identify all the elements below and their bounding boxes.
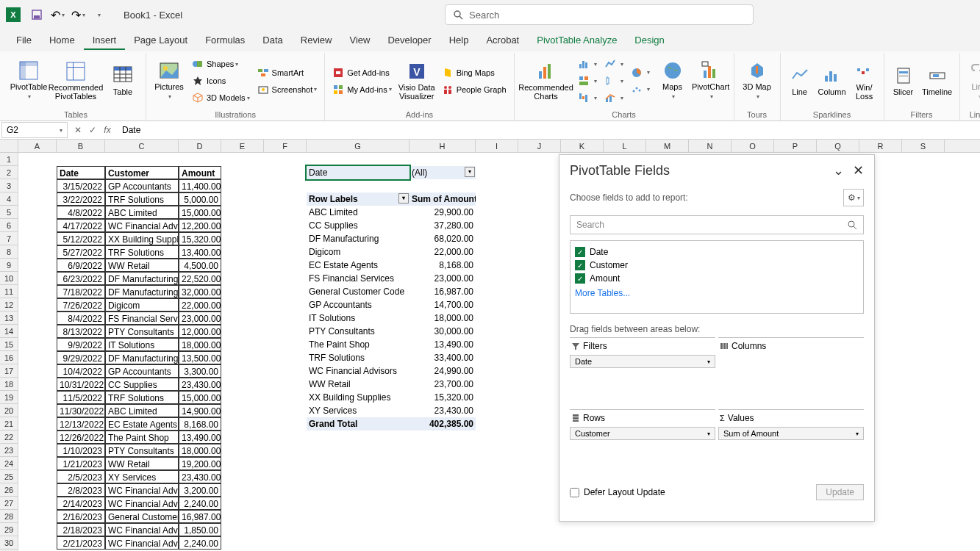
cell-G21[interactable]: Grand Total — [307, 417, 409, 431]
shapes-button[interactable]: Shapes▾ — [189, 56, 253, 72]
cell-H16[interactable]: 33,400.00 — [409, 351, 476, 364]
col-header-F[interactable]: F — [264, 140, 307, 152]
more-tables-link[interactable]: More Tables... — [575, 285, 859, 301]
3d-models-button[interactable]: 3D Models▾ — [189, 90, 253, 106]
cell-C27[interactable]: WC Financial Advisors — [105, 497, 179, 510]
cell-G15[interactable]: The Paint Shop — [307, 338, 409, 351]
col-header-N[interactable]: N — [689, 140, 732, 152]
cell-B21[interactable]: 12/13/2022 — [57, 417, 105, 431]
cell-D25[interactable]: 23,430.00 — [179, 470, 221, 483]
field-date[interactable]: ✓Date — [575, 245, 859, 259]
row-header-1[interactable]: 1 — [0, 153, 18, 166]
recommended-pivottables-button[interactable]: Recommended PivotTables — [49, 55, 103, 107]
cell-D13[interactable]: 23,000.00 — [179, 311, 221, 325]
col-header-D[interactable]: D — [179, 140, 221, 152]
cell-G9[interactable]: EC Estate Agents — [307, 259, 409, 272]
col-header-P[interactable]: P — [774, 140, 817, 152]
row-header-16[interactable]: 16 — [0, 351, 18, 364]
qat-more-button[interactable]: ▾ — [90, 6, 107, 24]
row-header-8[interactable]: 8 — [0, 245, 18, 259]
pivotchart-button[interactable]: PivotChart▾ — [693, 55, 729, 107]
cell-G12[interactable]: GP Accountants — [307, 298, 409, 311]
col-header-G[interactable]: G — [307, 140, 409, 152]
cell-B3[interactable]: 3/15/2022 — [57, 179, 105, 192]
cell-D8[interactable]: 13,400.00 — [179, 245, 221, 259]
cell-D6[interactable]: 12,200.00 — [179, 219, 221, 232]
cell-H2[interactable]: (All)▾ — [409, 166, 476, 179]
cell-D14[interactable]: 12,000.00 — [179, 325, 221, 338]
cell-H4[interactable]: Sum of Amount — [409, 192, 476, 206]
cell-D21[interactable]: 8,168.00 — [179, 417, 221, 431]
cell-C11[interactable]: DF Manufacturing — [105, 285, 179, 298]
cell-B11[interactable]: 7/18/2022 — [57, 285, 105, 298]
values-zone-item[interactable]: Sum of Amount▾ — [718, 427, 864, 440]
rows-zone-item[interactable]: Customer▾ — [570, 427, 715, 440]
cell-H20[interactable]: 23,430.00 — [409, 404, 476, 417]
cell-G19[interactable]: XX Building Supplies — [307, 391, 409, 404]
cell-C18[interactable]: CC Supplies — [105, 378, 179, 391]
cell-G16[interactable]: TRF Solutions — [307, 351, 409, 364]
cell-D27[interactable]: 2,240.00 — [179, 497, 221, 510]
tab-design[interactable]: Design — [626, 32, 673, 50]
col-header-J[interactable]: J — [518, 140, 561, 152]
row-header-14[interactable]: 14 — [0, 325, 18, 338]
row-header-15[interactable]: 15 — [0, 338, 18, 351]
row-header-21[interactable]: 21 — [0, 417, 18, 431]
col-header-E[interactable]: E — [221, 140, 264, 152]
cell-C2[interactable]: Customer — [105, 166, 179, 179]
cell-H18[interactable]: 23,700.00 — [409, 378, 476, 391]
cell-D24[interactable]: 19,200.00 — [179, 457, 221, 470]
link-button[interactable]: Link▾ — [965, 55, 980, 107]
cell-D30[interactable]: 2,240.00 — [179, 536, 221, 550]
filter-zone-item[interactable]: Date▾ — [570, 355, 715, 368]
cell-G10[interactable]: FS Financial Services — [307, 272, 409, 285]
table-button[interactable]: Table — [104, 55, 141, 107]
tab-page-layout[interactable]: Page Layout — [125, 32, 196, 50]
cell-B23[interactable]: 1/10/2023 — [57, 444, 105, 457]
cell-H7[interactable]: 68,020.00 — [409, 232, 476, 245]
col-header-A[interactable]: A — [18, 140, 57, 152]
maps-button[interactable]: Maps▾ — [654, 55, 691, 107]
sparkline-column-button[interactable]: Column — [816, 55, 848, 107]
cell-H14[interactable]: 30,000.00 — [409, 325, 476, 338]
cell-C6[interactable]: WC Financial Advisors — [105, 219, 179, 232]
cell-C30[interactable]: WC Financial Advisors — [105, 536, 179, 550]
cell-G5[interactable]: ABC Limited — [307, 206, 409, 219]
tab-data[interactable]: Data — [254, 32, 291, 50]
cell-D26[interactable]: 3,200.00 — [179, 483, 221, 497]
tab-insert[interactable]: Insert — [84, 32, 126, 50]
cell-D2[interactable]: Amount — [179, 166, 221, 179]
col-header-B[interactable]: B — [57, 140, 105, 152]
row-header-28[interactable]: 28 — [0, 510, 18, 523]
pivottable-button[interactable]: PivotTable▾ — [10, 55, 47, 107]
cell-D4[interactable]: 5,000.00 — [179, 192, 221, 206]
cell-C8[interactable]: TRF Solutions — [105, 245, 179, 259]
line-chart-button[interactable]: ▾ — [601, 56, 626, 72]
cell-B2[interactable]: Date — [57, 166, 105, 179]
cell-D15[interactable]: 18,000.00 — [179, 338, 221, 351]
row-header-27[interactable]: 27 — [0, 497, 18, 510]
row-header-3[interactable]: 3 — [0, 179, 18, 192]
sparkline-winloss-button[interactable]: Win/ Loss — [850, 55, 879, 107]
cell-D11[interactable]: 32,000.00 — [179, 285, 221, 298]
cell-B17[interactable]: 10/4/2022 — [57, 364, 105, 378]
timeline-button[interactable]: Timeline — [920, 55, 955, 107]
cell-B24[interactable]: 1/21/2023 — [57, 457, 105, 470]
row-header-19[interactable]: 19 — [0, 391, 18, 404]
cell-D29[interactable]: 1,850.00 — [179, 523, 221, 536]
cell-H17[interactable]: 24,990.00 — [409, 364, 476, 378]
cell-C17[interactable]: GP Accountants — [105, 364, 179, 378]
cell-C9[interactable]: WW Retail — [105, 259, 179, 272]
cell-C16[interactable]: DF Manufacturing — [105, 351, 179, 364]
cell-H5[interactable]: 29,900.00 — [409, 206, 476, 219]
cell-H11[interactable]: 16,987.00 — [409, 285, 476, 298]
cell-D20[interactable]: 14,900.00 — [179, 404, 221, 417]
cell-C4[interactable]: TRF Solutions — [105, 192, 179, 206]
col-header-O[interactable]: O — [732, 140, 774, 152]
row-header-2[interactable]: 2 — [0, 166, 18, 179]
cell-B7[interactable]: 5/12/2022 — [57, 232, 105, 245]
row-header-24[interactable]: 24 — [0, 457, 18, 470]
cell-C29[interactable]: WC Financial Advisors — [105, 523, 179, 536]
col-header-H[interactable]: H — [409, 140, 476, 152]
row-header-23[interactable]: 23 — [0, 444, 18, 457]
